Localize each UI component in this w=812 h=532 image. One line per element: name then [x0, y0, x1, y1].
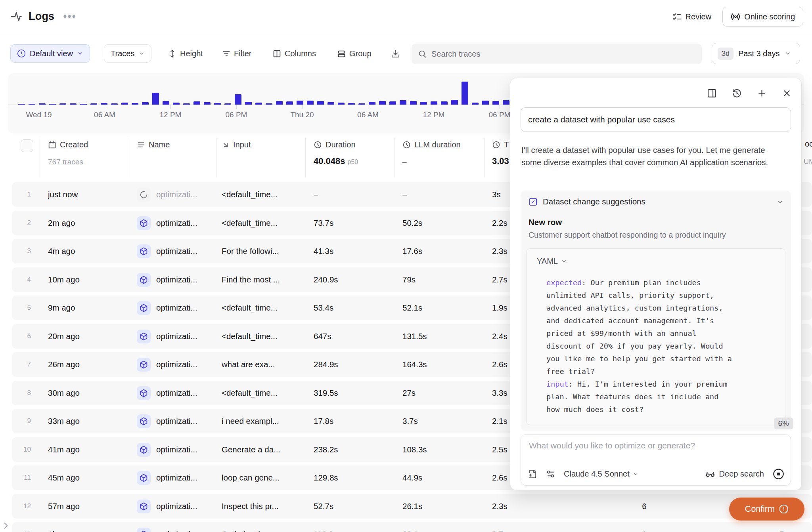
user-prompt-input[interactable] [528, 115, 783, 124]
filter-button[interactable]: Filter [222, 44, 251, 63]
cell-input: Generate a da... [222, 437, 303, 462]
review-button[interactable]: Review [672, 12, 712, 21]
select-all-checkbox[interactable] [21, 139, 33, 152]
histogram-bar [90, 103, 97, 105]
confirm-button[interactable]: Confirm [729, 498, 804, 521]
cube-icon [137, 528, 151, 532]
cell-llm-duration: 131.5s [402, 324, 474, 349]
header-name[interactable]: Name [137, 140, 170, 149]
cell-created: 57m ago [48, 494, 127, 519]
cell-input: i need exampl... [222, 409, 303, 433]
time-range-selector[interactable]: 3d Past 3 days [712, 43, 800, 64]
code-line: you like me to help you get started with… [546, 353, 777, 365]
clipped-column-header: oc [805, 139, 812, 149]
header-llm-duration[interactable]: LLM duration [402, 140, 461, 149]
histogram-bar [420, 102, 427, 105]
chevron-down-icon [138, 50, 145, 57]
settings-icon[interactable] [546, 469, 555, 479]
assistant-panel: I'll create a dataset with popular use c… [510, 78, 802, 490]
histogram-bar [224, 103, 231, 105]
code-line: advanced analytics, custom integrations, [546, 302, 777, 315]
axis-label: Thu 20 [274, 111, 330, 119]
activity-icon [10, 11, 22, 23]
panel-right-icon[interactable] [707, 88, 717, 98]
history-icon[interactable] [732, 88, 742, 98]
histogram-bar [379, 101, 386, 105]
histogram-bar [193, 101, 200, 105]
header-duration[interactable]: Duration [314, 140, 356, 149]
cube-icon [137, 386, 151, 400]
histogram-bar [327, 102, 334, 105]
axis-label: Wed 19 [11, 111, 67, 119]
entity-selector[interactable]: Traces [104, 44, 151, 63]
stop-icon[interactable] [773, 468, 784, 480]
composer: Claude 4.5 Sonnet Deep search [521, 434, 791, 486]
row-number: 4 [12, 267, 31, 292]
row-height-button[interactable]: Height [168, 44, 203, 63]
row-number: 8 [12, 381, 31, 405]
cube-icon [137, 500, 151, 513]
group-button[interactable]: Group [337, 44, 372, 63]
histogram-bar [338, 103, 345, 105]
table-row[interactable]: 131h ago optimizati...Optimize the p...1… [12, 522, 812, 532]
download-icon [391, 49, 400, 58]
file-plus-icon[interactable] [528, 469, 537, 479]
header-input[interactable]: Input [222, 140, 251, 149]
cell-name: optimizati... [156, 437, 216, 462]
axis-tick [170, 105, 171, 109]
histogram-bar [503, 100, 509, 105]
close-icon[interactable] [782, 88, 792, 98]
export-button[interactable] [391, 44, 400, 63]
online-scoring-button[interactable]: Online scoring [722, 7, 803, 27]
cell-duration: 17.8s [314, 409, 385, 433]
chevron-down-icon[interactable] [776, 198, 784, 206]
format-selector[interactable]: YAML [537, 257, 567, 266]
cell-name: optimizati... [156, 409, 216, 433]
cell-name: optimizati... [156, 324, 216, 349]
histogram-bar [255, 103, 262, 105]
cell-llm-duration: – [402, 182, 474, 207]
code-line: discount of 20% if you pay yearly. Would [546, 340, 777, 353]
cell-llm-duration: 52.1s [402, 296, 474, 320]
cell-name: optimizati... [156, 522, 216, 532]
chevron-right-icon[interactable] [1, 521, 11, 531]
header-ttft[interactable]: T [492, 140, 509, 149]
search-input[interactable] [431, 50, 695, 59]
row-number: 3 [12, 239, 31, 263]
histogram-bar [317, 101, 324, 105]
header-created[interactable]: Created [48, 140, 88, 149]
page-menu-icon[interactable]: ••• [63, 10, 76, 23]
cell-llm-duration: 44.9s [402, 465, 474, 490]
histogram-bar [121, 103, 128, 105]
list-checks-icon [672, 12, 682, 21]
header-created-count: 767 traces [48, 158, 83, 166]
model-selector[interactable]: Claude 4.5 Sonnet [564, 469, 639, 479]
columns-button[interactable]: Columns [273, 44, 316, 63]
cell-name: optimizati... [156, 381, 216, 405]
axis-tick [302, 105, 303, 109]
deep-search-toggle[interactable]: Deep search [705, 469, 764, 479]
composer-input[interactable] [529, 441, 783, 450]
histogram-bar [70, 103, 77, 105]
view-selector[interactable]: Default view [10, 44, 90, 63]
cell-created: 33m ago [48, 409, 127, 433]
user-prompt-box [521, 107, 791, 132]
row-number: 9 [12, 409, 31, 433]
cell-name: optimizati... [156, 211, 216, 235]
histogram-bar [462, 82, 468, 105]
cell-input: <default_time... [222, 211, 303, 235]
cell-duration: 53.4s [314, 296, 385, 320]
axis-tick [368, 105, 368, 109]
code-line: and dedicated account management. It's [546, 315, 777, 327]
histogram-bar [358, 103, 365, 105]
cell-created: 9m ago [48, 296, 127, 320]
suggestion-item-description: Customer support chatbot responding to a… [529, 231, 726, 240]
chevron-down-icon [561, 258, 567, 264]
histogram-bar [389, 101, 396, 105]
plus-icon[interactable] [757, 88, 767, 98]
view-selector-label: Default view [30, 49, 73, 58]
cell-duration: 647s [314, 324, 385, 349]
table-row[interactable]: 1257m ago optimizati...Inspect this pr..… [12, 494, 812, 519]
code-line: plan. What features does it include and [546, 391, 777, 403]
histogram-bar [204, 102, 211, 105]
